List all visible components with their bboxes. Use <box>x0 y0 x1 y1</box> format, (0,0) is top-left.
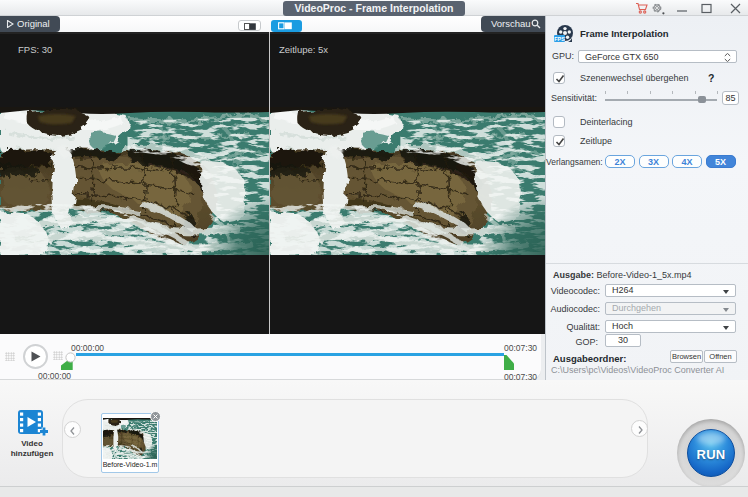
svg-text:FPS: FPS <box>554 36 565 42</box>
